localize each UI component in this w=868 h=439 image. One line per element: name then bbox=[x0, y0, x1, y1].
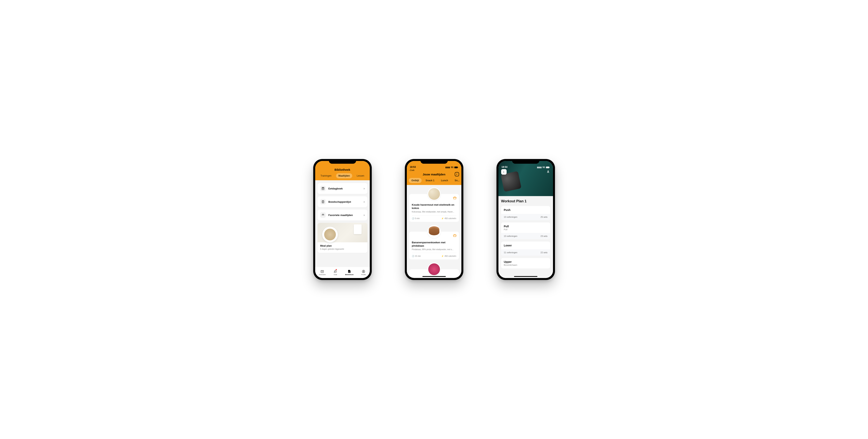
pill-breakfast[interactable]: Ontbijt bbox=[409, 178, 422, 183]
svg-rect-11 bbox=[348, 272, 350, 272]
meal-image bbox=[427, 225, 441, 239]
title-row: Jouw maaltijden i bbox=[409, 171, 459, 178]
sets-count: 25 sets bbox=[540, 216, 547, 218]
tabbar-library[interactable]: Bibliotheek bbox=[345, 269, 353, 275]
info-icon: i bbox=[457, 173, 457, 176]
network-label: 5G bbox=[451, 166, 454, 168]
workout-day-card[interactable]: Push 13 oefeningen 25 sets bbox=[501, 206, 550, 220]
dumbbell-graphic bbox=[502, 173, 528, 194]
calories-value: 450 calorieën bbox=[444, 255, 456, 257]
meal-card-partial[interactable] bbox=[409, 269, 459, 277]
signal-icon: ▮▮▮▮ bbox=[537, 166, 542, 168]
back-button[interactable]: ‹ bbox=[501, 169, 506, 175]
tab-meals[interactable]: Maaltijden bbox=[336, 173, 352, 178]
calendar-icon bbox=[320, 269, 324, 273]
tabbar-label: Profiel bbox=[362, 274, 366, 275]
tabbar-profile[interactable]: Profiel bbox=[362, 269, 366, 275]
pill-snack2[interactable]: Sn... bbox=[452, 178, 461, 183]
row-grocery-list[interactable]: Boodschappenlijst › bbox=[317, 196, 367, 207]
meal-image bbox=[427, 187, 441, 201]
workout-name: Upper bbox=[504, 260, 548, 263]
exercise-count: 13 oefeningen bbox=[504, 235, 518, 237]
clock-icon: 🕒 bbox=[412, 255, 414, 257]
dish-icon bbox=[320, 212, 326, 218]
workout-name: Pull bbox=[504, 225, 548, 228]
download-button[interactable] bbox=[546, 170, 550, 173]
screen-workout: 18:54 ▮▮▮▮ 5G ‹ Workout Plan 1 bbox=[498, 161, 553, 278]
svg-rect-1 bbox=[322, 188, 323, 188]
chevron-right-icon: › bbox=[364, 187, 365, 190]
tabbar-overview[interactable]: Overzicht bbox=[319, 269, 326, 275]
page-title: Jouw maaltijden bbox=[413, 173, 455, 176]
workout-day-card[interactable]: Lower 11 oefeningen 22 sets bbox=[501, 241, 550, 256]
milk-cup-graphic bbox=[354, 224, 362, 234]
workout-body[interactable]: Workout Plan 1 Push 13 oefeningen 25 set… bbox=[498, 196, 553, 278]
tabbar-chat[interactable]: Chat bbox=[333, 269, 337, 275]
meal-plan-card[interactable]: Meal plan 6 dagen geleden bijgewerkt bbox=[317, 223, 367, 253]
meal-title: Bananenpannenkoeken met pindakaas bbox=[412, 241, 456, 247]
document-icon bbox=[347, 269, 351, 273]
sets-count: 22 sets bbox=[540, 251, 547, 254]
phone-mockup-meals: 18:53 ▮▮▮▮ 5G ‹ Zoek Jouw maaltijden i O… bbox=[405, 159, 463, 280]
meals-nav: ‹ Zoek Jouw maaltijden i bbox=[407, 169, 461, 178]
smoothie-graphic bbox=[428, 263, 440, 275]
phone-notch bbox=[421, 159, 448, 164]
tab-trainings[interactable]: Trainingen bbox=[318, 173, 334, 178]
add-to-basket-button[interactable] bbox=[453, 234, 457, 237]
battery-icon bbox=[454, 167, 458, 168]
row-label: Boodschappenlijst bbox=[329, 200, 364, 203]
home-indicator[interactable] bbox=[514, 276, 537, 277]
profile-icon bbox=[362, 269, 366, 273]
status-time: 18:54 bbox=[501, 166, 507, 168]
back-label: Zoek bbox=[410, 169, 414, 171]
workout-day-card[interactable]: Upper Bovenlichaam bbox=[501, 258, 550, 268]
chevron-left-icon: ‹ bbox=[409, 169, 410, 171]
meal-ingredients: Pindakaas, 99% pinda, Wei eiwitpoeder, m… bbox=[412, 248, 456, 251]
book-icon bbox=[320, 186, 326, 191]
back-button[interactable]: ‹ Zoek bbox=[409, 169, 459, 171]
meal-ingredients: Kokosrasp, Wei eiwitpoeder, met smaak, H… bbox=[412, 211, 456, 213]
sets-count: 23 sets bbox=[540, 235, 547, 237]
phone-notch bbox=[329, 159, 356, 164]
battery-icon bbox=[546, 167, 550, 168]
workout-day-card[interactable]: Pull Pull 13 oefeningen 23 sets bbox=[501, 223, 550, 239]
meal-plan-image bbox=[317, 223, 367, 242]
meal-time: 🕒 5 min bbox=[412, 217, 420, 220]
status-right: ▮▮▮▮ 5G bbox=[445, 166, 458, 168]
oatmeal-bowl-graphic bbox=[322, 227, 338, 242]
card-footer: 13 oefeningen 25 sets bbox=[501, 214, 550, 220]
pill-lunch[interactable]: Lunch bbox=[438, 178, 451, 183]
tab-lessons[interactable]: Lessen bbox=[354, 173, 367, 178]
svg-point-14 bbox=[363, 271, 364, 272]
row-label: Eetdagboek bbox=[329, 187, 364, 190]
meal-meta: 🕒 5 min ⚡ 450 calorieën bbox=[412, 215, 456, 220]
meals-list[interactable]: Koude havermout met eiwitmelk en kokos K… bbox=[407, 185, 461, 277]
home-indicator[interactable] bbox=[423, 276, 446, 277]
exercise-count: 13 oefeningen bbox=[504, 216, 518, 218]
row-food-diary[interactable]: Eetdagboek › bbox=[317, 183, 367, 194]
meal-plan-title: Meal plan bbox=[320, 244, 365, 247]
info-button[interactable]: i bbox=[455, 172, 459, 176]
meal-card[interactable]: Bananenpannenkoeken met pindakaas Pindak… bbox=[409, 232, 459, 260]
workout-name: Lower bbox=[504, 244, 548, 247]
tabbar-label: Chat bbox=[334, 274, 337, 275]
phone-mockup-library: Bibliotheek Trainingen Maaltijden Lessen… bbox=[313, 159, 372, 280]
meal-card[interactable]: Koude havermout met eiwitmelk en kokos K… bbox=[409, 194, 459, 222]
meal-plan-text: Meal plan 6 dagen geleden bijgewerkt bbox=[317, 242, 367, 253]
meal-type-tabs: Ontbijt Snack 1 Lunch Sn... bbox=[407, 178, 461, 185]
row-favorite-meals[interactable]: Favoriete maaltijden › bbox=[317, 209, 367, 221]
flame-icon: ⚡ bbox=[441, 255, 444, 257]
exercise-count: 11 oefeningen bbox=[504, 251, 518, 254]
svg-rect-20 bbox=[549, 167, 550, 168]
meal-time: 🕒 15 min bbox=[412, 255, 421, 257]
network-label: 5G bbox=[542, 166, 545, 168]
add-to-basket-button[interactable] bbox=[453, 196, 457, 200]
workout-subtitle: Pull bbox=[504, 228, 548, 231]
chat-icon bbox=[333, 269, 337, 273]
pill-snack1[interactable]: Snack 1 bbox=[423, 178, 437, 183]
tabbar-label: Bibliotheek bbox=[345, 274, 353, 275]
card-footer: 13 oefeningen 23 sets bbox=[501, 233, 550, 239]
library-category-tabs: Trainingen Maaltijden Lessen bbox=[315, 173, 370, 180]
library-body: Eetdagboek › Boodschappenlijst › Favorie… bbox=[315, 180, 370, 266]
phone-notch bbox=[512, 159, 539, 164]
